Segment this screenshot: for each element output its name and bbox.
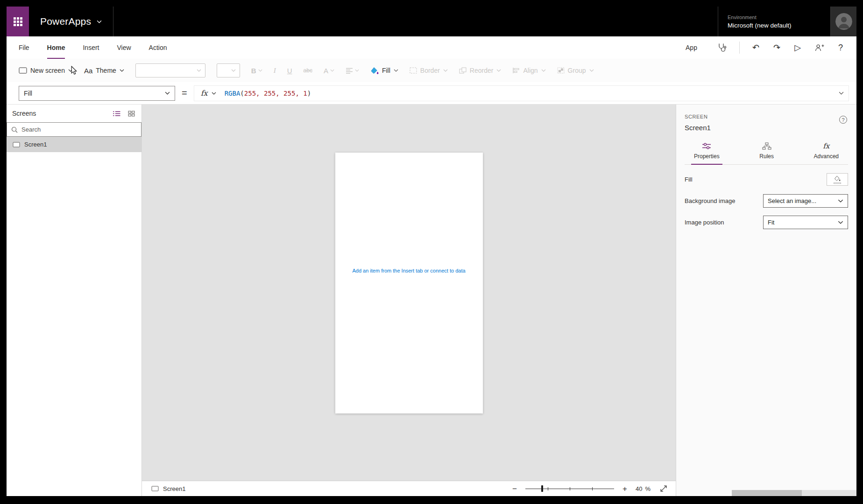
tab-properties[interactable]: Properties: [691, 139, 722, 164]
background-image-label: Background image: [685, 197, 735, 204]
zoom-slider[interactable]: [525, 485, 614, 492]
tab-advanced[interactable]: fx Advanced: [811, 139, 842, 164]
font-color-button[interactable]: A: [324, 67, 334, 75]
font-size-combobox[interactable]: [217, 63, 240, 77]
app-title-menu[interactable]: PowerApps: [29, 7, 113, 36]
fill-color-swatch: [834, 182, 841, 184]
properties-panel: SCREEN Screen1 ? Properties: [676, 105, 856, 496]
menu-file[interactable]: File: [19, 36, 29, 59]
fx-glyph: fx: [823, 142, 829, 150]
font-family-combobox[interactable]: [135, 63, 205, 77]
text-align-button[interactable]: [346, 68, 359, 74]
fit-to-window-button[interactable]: [659, 484, 668, 493]
help-button[interactable]: ?: [837, 42, 844, 53]
property-selector-value: Fill: [24, 90, 32, 97]
theme-icon: Aa: [84, 67, 92, 75]
help-circle-icon: ?: [842, 117, 844, 123]
formula-input-container: fx RGBA(255, 255, 255, 1): [194, 85, 849, 101]
screen-canvas[interactable]: Add an item from the Insert tab or conne…: [335, 153, 483, 413]
reorder-button[interactable]: Reorder: [459, 67, 502, 74]
image-position-label: Image position: [685, 219, 724, 226]
zoom-out-button[interactable]: −: [512, 485, 517, 493]
reorder-label: Reorder: [470, 67, 494, 74]
theme-button[interactable]: Aa Theme: [84, 67, 124, 75]
align-button[interactable]: Align: [512, 67, 545, 74]
formula-separator: ,: [256, 90, 264, 97]
app-label: App: [686, 44, 697, 51]
image-position-row: Image position Fit: [685, 216, 848, 229]
screen-thumbnail-icon: [151, 486, 159, 491]
app-checker-button[interactable]: [716, 42, 728, 54]
scrollbar-thumb[interactable]: [732, 490, 802, 496]
selected-control-name: Screen1: [685, 124, 848, 132]
border-button[interactable]: Border: [410, 67, 448, 74]
fill-button[interactable]: Fill: [370, 67, 398, 75]
new-screen-icon: [19, 67, 27, 74]
underline-button[interactable]: U: [287, 67, 292, 75]
canvas-scroll-region[interactable]: Add an item from the Insert tab or conne…: [142, 105, 676, 481]
formula-input[interactable]: RGBA(255, 255, 255, 1): [223, 90, 834, 97]
search-input[interactable]: [21, 126, 137, 133]
tab-rules[interactable]: Rules: [757, 139, 777, 164]
strikethrough-icon: abc: [304, 67, 312, 74]
tab-advanced-label: Advanced: [814, 153, 839, 160]
menu-home[interactable]: Home: [47, 36, 65, 59]
menu-action[interactable]: Action: [149, 36, 167, 59]
fullscreen-icon: [660, 485, 667, 492]
share-button[interactable]: [813, 42, 826, 53]
chevron-down-icon: [120, 69, 124, 72]
formula-bar: Fill = fx RGBA(255, 255, 255, 1): [7, 82, 856, 105]
background-image-select[interactable]: Select an image...: [763, 194, 848, 208]
screens-panel-header: Screens: [7, 105, 141, 122]
menu-view[interactable]: View: [117, 36, 131, 59]
properties-tabs: Properties Rules fx Advanced: [685, 139, 848, 165]
chevron-down-icon: [258, 69, 262, 72]
redo-button[interactable]: ↷: [772, 42, 782, 53]
fx-dropdown[interactable]: fx: [194, 86, 223, 101]
border-icon: [410, 67, 417, 74]
menu-insert[interactable]: Insert: [83, 36, 99, 59]
property-selector[interactable]: Fill: [19, 86, 175, 101]
selected-control-type: SCREEN: [685, 114, 848, 119]
group-label: Group: [568, 67, 586, 74]
status-screen-tab[interactable]: Screen1: [151, 485, 185, 492]
chevron-down-icon: [394, 69, 398, 72]
image-position-value: Fit: [768, 219, 774, 226]
zoom-in-button[interactable]: +: [622, 485, 627, 493]
zoom-slider-tick: [592, 487, 593, 490]
person-icon: [835, 13, 852, 30]
fx-icon: fx: [823, 142, 829, 150]
tree-view-button[interactable]: [112, 110, 121, 118]
rules-icon: [762, 142, 771, 150]
chevron-down-icon: [68, 69, 73, 72]
grid-view-button[interactable]: [127, 110, 136, 118]
background-image-value: Select an image...: [768, 197, 816, 204]
align-icon: [512, 67, 520, 74]
tab-properties-label: Properties: [694, 153, 720, 160]
account-button[interactable]: [831, 7, 856, 36]
preview-play-button[interactable]: ▷: [793, 42, 802, 53]
horizontal-scrollbar[interactable]: [732, 490, 856, 496]
new-screen-label: New screen: [30, 67, 65, 74]
formula-expand-button[interactable]: [834, 91, 849, 95]
new-screen-button[interactable]: New screen: [19, 67, 73, 74]
environment-name: Microsoft (new default): [728, 22, 821, 29]
underline-icon: U: [287, 67, 292, 75]
undo-button[interactable]: ↶: [751, 42, 761, 53]
zoom-slider-handle[interactable]: [541, 485, 543, 492]
bold-button[interactable]: B: [251, 67, 262, 75]
italic-button[interactable]: I: [274, 67, 276, 75]
zoom-slider-tick: [548, 487, 548, 490]
chevron-down-icon: [496, 69, 501, 72]
screen-list-item[interactable]: Screen1: [7, 137, 141, 153]
fill-color-button[interactable]: [827, 173, 848, 186]
image-position-select[interactable]: Fit: [763, 216, 848, 229]
group-button[interactable]: Group: [557, 67, 594, 74]
canvas-status-bar: Screen1 − + 40: [142, 481, 676, 496]
chevron-down-icon: [197, 69, 201, 72]
app-launcher-button[interactable]: [7, 7, 29, 36]
panel-help-button[interactable]: ?: [839, 116, 847, 124]
italic-icon: I: [274, 67, 276, 75]
environment-selector[interactable]: Environment Microsoft (new default): [718, 7, 830, 36]
strikethrough-button[interactable]: abc: [304, 67, 312, 74]
